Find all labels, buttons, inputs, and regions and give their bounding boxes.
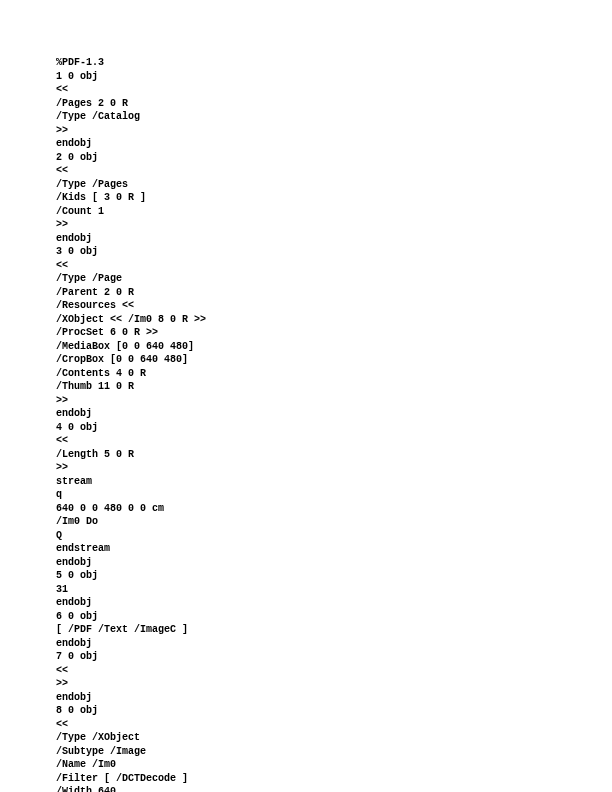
code-line: /Parent 2 0 R (56, 286, 612, 300)
code-line: /Name /Im0 (56, 758, 612, 772)
code-line: /Im0 Do (56, 515, 612, 529)
code-line: 7 0 obj (56, 650, 612, 664)
code-line: /Type /Catalog (56, 110, 612, 124)
code-line: << (56, 718, 612, 732)
code-line: /Type /Pages (56, 178, 612, 192)
code-line: /Filter [ /DCTDecode ] (56, 772, 612, 786)
code-line: << (56, 259, 612, 273)
code-line: 5 0 obj (56, 569, 612, 583)
code-line: 4 0 obj (56, 421, 612, 435)
code-line: /Kids [ 3 0 R ] (56, 191, 612, 205)
code-line: endobj (56, 407, 612, 421)
code-line: stream (56, 475, 612, 489)
code-line: Q (56, 529, 612, 543)
code-line: endstream (56, 542, 612, 556)
code-line: >> (56, 394, 612, 408)
code-line: /ProcSet 6 0 R >> (56, 326, 612, 340)
code-line: /Count 1 (56, 205, 612, 219)
code-line: 1 0 obj (56, 70, 612, 84)
code-line: 8 0 obj (56, 704, 612, 718)
code-line: /Length 5 0 R (56, 448, 612, 462)
code-line: << (56, 664, 612, 678)
code-line: >> (56, 218, 612, 232)
code-line: >> (56, 461, 612, 475)
code-line: /Subtype /Image (56, 745, 612, 759)
code-line: endobj (56, 137, 612, 151)
code-line: endobj (56, 556, 612, 570)
code-line: 31 (56, 583, 612, 597)
code-line: /MediaBox [0 0 640 480] (56, 340, 612, 354)
code-line: >> (56, 124, 612, 138)
code-line: /XObject << /Im0 8 0 R >> (56, 313, 612, 327)
code-line: /Type /XObject (56, 731, 612, 745)
code-line: 6 0 obj (56, 610, 612, 624)
code-line: endobj (56, 232, 612, 246)
code-line: /Thumb 11 0 R (56, 380, 612, 394)
code-line: /Width 640 (56, 785, 612, 792)
code-line: << (56, 83, 612, 97)
code-line: %PDF-1.3 (56, 56, 612, 70)
code-line: endobj (56, 596, 612, 610)
code-line: 2 0 obj (56, 151, 612, 165)
code-line: >> (56, 677, 612, 691)
code-line: /CropBox [0 0 640 480] (56, 353, 612, 367)
document-page: %PDF-1.31 0 obj<</Pages 2 0 R/Type /Cata… (0, 0, 612, 792)
code-line: 3 0 obj (56, 245, 612, 259)
code-line: /Pages 2 0 R (56, 97, 612, 111)
code-line: endobj (56, 691, 612, 705)
code-line: /Contents 4 0 R (56, 367, 612, 381)
code-line: /Type /Page (56, 272, 612, 286)
code-line: endobj (56, 637, 612, 651)
code-line: << (56, 164, 612, 178)
code-line: 640 0 0 480 0 0 cm (56, 502, 612, 516)
code-line: << (56, 434, 612, 448)
code-line: /Resources << (56, 299, 612, 313)
code-line: [ /PDF /Text /ImageC ] (56, 623, 612, 637)
code-line: q (56, 488, 612, 502)
